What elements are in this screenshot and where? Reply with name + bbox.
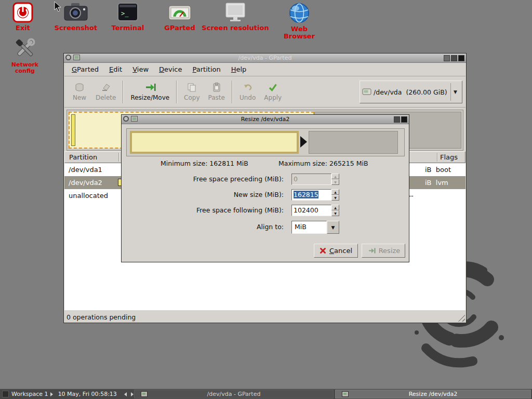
combo-dropdown-arrow-icon[interactable]: ▼: [327, 221, 339, 234]
row-flags-text: iB boot: [425, 166, 451, 174]
task-app-icon: [342, 391, 349, 397]
menu-edit[interactable]: Edit: [104, 64, 127, 75]
free-following-input[interactable]: 102400: [291, 205, 331, 216]
resize-dialog: Resize /dev/vda2 Minimum size: 162811 Mi…: [121, 114, 409, 262]
menu-help[interactable]: Help: [226, 64, 252, 75]
close-button[interactable]: [401, 116, 407, 123]
free-preceding-spinbox: 0 ▲ ▼: [291, 174, 339, 185]
tools-icon: [12, 36, 37, 60]
close-button[interactable]: [458, 55, 464, 61]
copy-button[interactable]: Copy: [180, 78, 204, 105]
paste-icon: [211, 82, 222, 92]
free-following-spinbox: 102400 ▲ ▼: [291, 205, 339, 216]
desktop-icon-gparted[interactable]: GParted: [159, 2, 201, 32]
free-following-label: Free space following (MiB):: [126, 205, 284, 216]
device-dropdown-arrow-icon[interactable]: ▼: [450, 83, 460, 101]
desktop-icon-label: Web Browser: [274, 25, 324, 39]
task-resize-dialog[interactable]: Resize /dev/vda2: [335, 390, 531, 398]
free-preceding-label: Free space preceding (MiB):: [126, 174, 284, 185]
resize-grip[interactable]: [458, 314, 465, 322]
new-size-label: New size (MiB):: [126, 189, 284, 201]
toolbar-separator: [176, 81, 177, 103]
new-partition-icon: [74, 82, 85, 92]
desktop-icon-screenshot[interactable]: Screenshot: [55, 2, 97, 32]
menubar: GParted Edit View Device Partition Help: [64, 63, 466, 76]
new-button[interactable]: New: [68, 78, 91, 105]
delete-icon: [101, 82, 111, 92]
toolbar-separator: [123, 81, 124, 103]
new-size-input[interactable]: 162815: [291, 189, 331, 201]
spin-down-icon[interactable]: ▼: [331, 195, 339, 201]
column-header-partition[interactable]: Partition: [69, 153, 97, 161]
menu-device[interactable]: Device: [154, 64, 187, 75]
desktop-icon-label: Screen resolution: [202, 24, 269, 32]
copy-icon: [187, 82, 197, 92]
spin-down-icon: ▼: [331, 179, 339, 185]
apply-button[interactable]: Apply: [260, 78, 286, 105]
globe-icon: [288, 2, 310, 24]
prev-window-icon[interactable]: [124, 392, 127, 396]
spin-down-icon[interactable]: ▼: [331, 210, 339, 216]
window-title: /dev/vda - GParted: [64, 55, 466, 61]
task-app-icon: [141, 391, 148, 397]
device-selector-label: /dev/vda (260.00 GiB): [374, 88, 450, 96]
menu-gparted[interactable]: GParted: [66, 64, 104, 75]
spin-up-icon[interactable]: ▲: [331, 205, 339, 210]
desktop-icon-terminal[interactable]: >_ Terminal: [107, 2, 149, 32]
desktop-icon-web-browser[interactable]: Web Browser: [274, 2, 324, 39]
toolbar-separator: [232, 81, 233, 103]
camera-icon: [63, 2, 88, 23]
desktop-icon-label: Exit: [16, 24, 30, 32]
svg-text:>_: >_: [121, 10, 129, 17]
next-window-icon[interactable]: [131, 392, 134, 396]
gparted-drive-icon: [168, 2, 192, 23]
desktop-icon-label: Terminal: [112, 24, 144, 32]
free-preceding-input: 0: [291, 174, 331, 185]
resize-drag-handle-icon[interactable]: [300, 136, 307, 148]
paste-button[interactable]: Paste: [204, 78, 229, 105]
row-flags-text: iB lvm: [425, 179, 448, 187]
cancel-button[interactable]: Cancel: [314, 244, 358, 258]
desktop-icon-screen-resolution[interactable]: Screen resolution: [200, 2, 271, 32]
delete-button[interactable]: Delete: [91, 78, 120, 105]
gparted-titlebar[interactable]: /dev/vda - GParted: [64, 54, 466, 63]
device-icon: [362, 88, 371, 96]
workspace-label[interactable]: Workspace 1: [11, 391, 48, 397]
free-space-area[interactable]: [309, 131, 398, 154]
resize-move-button[interactable]: Resize/Move: [126, 78, 174, 105]
menu-partition[interactable]: Partition: [188, 64, 226, 75]
toolbar: New Delete Resize/Move: [64, 76, 466, 108]
align-to-combobox[interactable]: MiB ▼: [291, 221, 339, 234]
resize-button[interactable]: Resize: [362, 244, 405, 258]
desktop-icon-exit[interactable]: Exit: [2, 2, 44, 32]
column-header-flags[interactable]: Flags: [440, 153, 458, 161]
undo-icon: [243, 82, 253, 92]
align-to-value: MiB: [291, 221, 327, 234]
selected-text: 162815: [294, 191, 318, 198]
resize-slider-widget: [126, 128, 405, 156]
minimize-button[interactable]: [444, 55, 450, 61]
menu-view[interactable]: View: [127, 64, 154, 75]
vda1-partition-segment[interactable]: [71, 114, 75, 146]
next-workspace-icon[interactable]: [50, 392, 53, 396]
maximize-button[interactable]: [394, 116, 400, 123]
dialog-title: Resize /dev/vda2: [122, 116, 409, 123]
partition-size-area[interactable]: [130, 131, 299, 154]
spin-up-icon: ▲: [331, 174, 339, 179]
undo-button[interactable]: Undo: [235, 78, 260, 105]
taskbar: Workspace 1 10 May, Fri 00:58:13 /dev/vd…: [0, 389, 532, 399]
terminal-icon: >_: [117, 2, 139, 23]
exit-power-icon: [12, 2, 33, 23]
dialog-titlebar[interactable]: Resize /dev/vda2: [122, 115, 409, 124]
spin-up-icon[interactable]: ▲: [331, 189, 339, 195]
task-gparted-window[interactable]: /dev/vda - GParted: [134, 390, 334, 398]
monitor-icon: [223, 2, 247, 23]
device-selector[interactable]: /dev/vda (260.00 GiB) ▼: [360, 81, 462, 103]
cancel-x-icon: [320, 247, 326, 254]
pager-button[interactable]: [2, 391, 9, 397]
align-to-label: Align to:: [126, 221, 284, 233]
desktop-icon-network-config[interactable]: Network config: [1, 36, 49, 74]
maximize-button[interactable]: [451, 55, 457, 61]
desktop-icon-label: GParted: [164, 24, 195, 32]
maximum-size-label: Maximum size: 265215 MiB: [278, 159, 368, 167]
